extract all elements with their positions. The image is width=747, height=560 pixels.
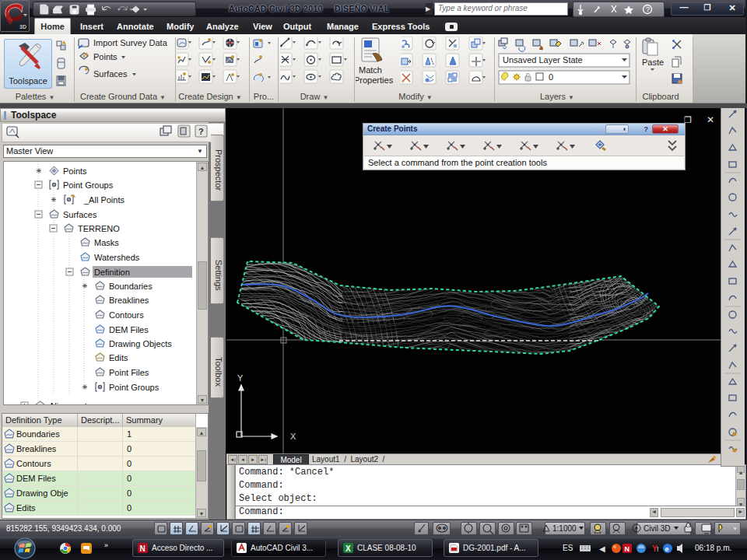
svg-text:Point Files: Point Files bbox=[109, 368, 149, 377]
svg-text:Match: Match bbox=[359, 65, 382, 75]
svg-text:Import Survey Data: Import Survey Data bbox=[93, 38, 168, 47]
svg-text:e: e bbox=[665, 545, 669, 553]
svg-text:?: ? bbox=[198, 127, 204, 136]
svg-text:Surfaces: Surfaces bbox=[63, 210, 97, 219]
svg-text:N: N bbox=[140, 544, 146, 553]
svg-text:◀: ◀ bbox=[599, 544, 605, 553]
svg-text:N: N bbox=[625, 545, 630, 553]
svg-text:Edits: Edits bbox=[109, 353, 128, 362]
svg-text:Points: Points bbox=[93, 52, 117, 61]
svg-text:0: 0 bbox=[549, 72, 553, 82]
svg-text:Masks: Masks bbox=[94, 238, 119, 247]
svg-text:X: X bbox=[290, 432, 296, 441]
svg-text:Watersheds: Watersheds bbox=[94, 253, 140, 262]
svg-text:TERRENO: TERRENO bbox=[78, 224, 120, 233]
svg-text:Breaklines: Breaklines bbox=[109, 296, 149, 305]
svg-text:Properties: Properties bbox=[356, 75, 394, 85]
svg-text:Unsaved Layer State: Unsaved Layer State bbox=[503, 55, 583, 65]
svg-text:Boundaries: Boundaries bbox=[109, 282, 153, 291]
svg-text:Surfaces: Surfaces bbox=[93, 69, 128, 79]
svg-text:3D: 3D bbox=[19, 24, 26, 30]
svg-text:Paste: Paste bbox=[642, 58, 664, 67]
svg-text:Alignments: Alignments bbox=[49, 401, 92, 405]
svg-text:!: ! bbox=[657, 545, 659, 553]
svg-text:✕: ✕ bbox=[707, 114, 714, 125]
svg-text:DEM Files: DEM Files bbox=[109, 325, 149, 334]
svg-text:Definition: Definition bbox=[94, 268, 130, 277]
svg-text:Point Groups: Point Groups bbox=[109, 383, 160, 392]
svg-text:Points: Points bbox=[63, 166, 87, 176]
svg-text:_All Points: _All Points bbox=[83, 195, 124, 205]
svg-text:Contours: Contours bbox=[109, 310, 144, 320]
svg-text:Civil 3D: Civil 3D bbox=[644, 524, 670, 533]
svg-text:?: ? bbox=[646, 5, 650, 13]
svg-text:»: » bbox=[104, 541, 108, 549]
svg-text:1:1000: 1:1000 bbox=[552, 524, 577, 533]
svg-text:X: X bbox=[345, 544, 351, 553]
svg-text:Point Groups: Point Groups bbox=[63, 180, 114, 190]
svg-text:Y: Y bbox=[237, 373, 244, 383]
svg-text:Drawing Objects: Drawing Objects bbox=[109, 339, 172, 348]
